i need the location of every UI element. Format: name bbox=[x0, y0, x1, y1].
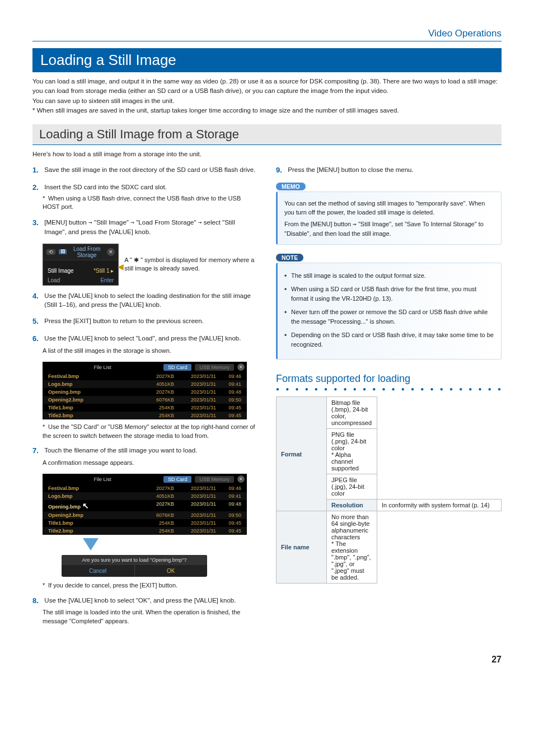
note-item: Never turn off the power or remove the S… bbox=[284, 307, 495, 326]
file-list-title: File List bbox=[45, 477, 160, 482]
step-num-8: 8. bbox=[32, 596, 43, 606]
intro-p1: You can load a still image, and output i… bbox=[32, 77, 502, 96]
sd-card-tab: SD Card bbox=[163, 364, 192, 371]
step-7: Touch the filename of the still image yo… bbox=[44, 446, 257, 455]
memo-callout: You can set the method of saving still i… bbox=[276, 192, 502, 245]
format-row: Bitmap file (.bmp), 24-bit color, uncomp… bbox=[327, 397, 377, 429]
intro-block: You can load a still image, and output i… bbox=[32, 77, 502, 115]
step-4: Use the [VALUE] knob to select the loadi… bbox=[44, 291, 257, 310]
subsection-desc: Here's how to load a still image from a … bbox=[32, 151, 502, 157]
step-num-1: 1. bbox=[32, 165, 43, 176]
subsection-title: Loading a Still Image from a Storage bbox=[32, 124, 502, 145]
intro-note: * When still images are saved in the uni… bbox=[32, 106, 502, 115]
step-num-9: 9. bbox=[276, 165, 286, 176]
sd-card-tab: SD Card bbox=[163, 476, 192, 483]
confirm-dialog: Are you sure you want to load "Opening.b… bbox=[62, 555, 207, 577]
resolution-label: Resolution bbox=[327, 500, 377, 511]
intro-p2: You can save up to sixteen still images … bbox=[32, 96, 502, 106]
file-row: Opening2.bmp 6076KB2023/01/3109:50 bbox=[43, 511, 247, 519]
pic-icon: 🖼 bbox=[59, 249, 67, 254]
step-8: Use the [VALUE] knob to select "OK", and… bbox=[44, 596, 257, 605]
format-row: PNG file (.png), 24-bit color* Alpha cha… bbox=[327, 429, 377, 474]
note-item: Depending on the SD card or USB flash dr… bbox=[284, 330, 495, 349]
cursor-icon: ↖ bbox=[82, 501, 89, 510]
step-5: Press the [EXIT] button to return to the… bbox=[44, 316, 257, 326]
note-callout: The still image is scaled to the output … bbox=[276, 263, 502, 360]
step-7-sub: A confirmation message appears. bbox=[43, 459, 258, 467]
section-header: Video Operations bbox=[32, 28, 502, 41]
step-num-4: 4. bbox=[32, 291, 43, 302]
file-row: Logo.bmp 4051KB2023/01/3109:41 bbox=[43, 380, 247, 388]
step-9: Press the [MENU] button to close the men… bbox=[288, 165, 501, 175]
step-6-sub: A list of the still images in the storag… bbox=[43, 347, 258, 355]
step-1: Save the still image in the root directo… bbox=[44, 165, 257, 175]
still-val: *Still 1 ▸ bbox=[93, 268, 114, 274]
still-image-row: Still Image bbox=[48, 268, 74, 274]
file-row: Title2.bmp 254KB2023/01/3109:45 bbox=[43, 412, 247, 419]
close-icon: ✕ bbox=[107, 248, 115, 256]
step-3: [MENU] button → "Still Image" → "Load Fr… bbox=[44, 218, 257, 236]
file-list-ui-2: File List SD Card USB Memory ✕ Festival.… bbox=[43, 474, 247, 535]
load-storage-ui: ⟲ 🖼 Load From Storage ✕ Still Image*Stil… bbox=[43, 244, 119, 286]
step-num-6: 6. bbox=[32, 334, 43, 344]
filename-label: File name bbox=[277, 511, 327, 584]
file-row: Title2.bmp 254KB2023/01/3109:45 bbox=[43, 527, 247, 535]
format-row: JPEG file (.jpg), 24-bit color bbox=[327, 474, 377, 500]
file-row: Opening.bmp 2027KB2023/01/3109:48 bbox=[43, 388, 247, 396]
close-icon: ✕ bbox=[237, 475, 245, 483]
file-row: Title1.bmp 254KB2023/01/3109:45 bbox=[43, 519, 247, 527]
arrow-down-icon bbox=[83, 538, 99, 550]
memo-badge: MEMO bbox=[276, 183, 306, 190]
memo-p1: You can set the method of saving still i… bbox=[284, 199, 495, 217]
step-2-note: *When using a USB flash drive, connect t… bbox=[43, 194, 258, 212]
page-number: 27 bbox=[32, 655, 502, 665]
step-2: Insert the SD card into the SDXC card sl… bbox=[44, 183, 257, 192]
file-row: Opening2.bmp 6076KB2023/01/3109:50 bbox=[43, 396, 247, 404]
close-icon: ✕ bbox=[237, 363, 245, 371]
format-label: Format bbox=[277, 397, 327, 511]
usb-memory-tab: USB Memory bbox=[195, 364, 234, 371]
step-num-3: 3. bbox=[32, 218, 43, 228]
note-item: The still image is scaled to the output … bbox=[284, 271, 495, 281]
resolution-row: In conformity with system format (p. 14) bbox=[377, 500, 502, 511]
memo-p2: From the [MENU] button → "Still Image", … bbox=[284, 220, 495, 239]
file-row: Title1.bmp 254KB2023/01/3109:45 bbox=[43, 404, 247, 412]
file-row: Festival.bmp 2027KB2023/01/3109:46 bbox=[43, 484, 247, 492]
step-num-7: 7. bbox=[32, 446, 43, 456]
step-7-note: *If you decide to cancel, press the [EXI… bbox=[43, 581, 258, 590]
usb-memory-tab: USB Memory bbox=[195, 476, 234, 483]
ok-button: OK bbox=[135, 565, 208, 577]
step-num-2: 2. bbox=[32, 183, 43, 193]
note-item: When using a SD card or USB flash drive … bbox=[284, 284, 495, 303]
filename-row: No more than 64 single-byte alphanumeric… bbox=[327, 511, 377, 584]
load-storage-title: Load From Storage bbox=[70, 246, 104, 258]
note-badge: NOTE bbox=[276, 254, 303, 262]
step-8-sub: The still image is loaded into the unit.… bbox=[43, 608, 258, 626]
load-row: Load bbox=[48, 277, 60, 283]
page-title: Loading a Still Image bbox=[32, 48, 502, 72]
formats-title: Formats supported for loading bbox=[276, 373, 502, 385]
file-row: Logo.bmp 4051KB2023/01/3109:41 bbox=[43, 492, 247, 500]
dots-rule: ● ● ● ● ● ● ● ● ● ● ● ● ● ● ● ● ● ● ● ● … bbox=[276, 386, 502, 392]
confirm-text: Are you sure you want to load "Opening.b… bbox=[62, 555, 207, 565]
file-row: Festival.bmp 2027KB2023/01/3109:46 bbox=[43, 372, 247, 380]
step-3-side: ◀ A " ✱ " symbol is displayed for memory… bbox=[124, 256, 258, 273]
cancel-button: Cancel bbox=[62, 565, 135, 577]
file-list-ui-1: File List SD Card USB Memory ✕ Festival.… bbox=[43, 362, 247, 419]
back-icon: ⟲ bbox=[46, 249, 55, 255]
file-row: Opening.bmp ↖2027KB2023/01/3109:48 bbox=[43, 500, 247, 511]
step-6: Use the [VALUE] knob to select "Load", a… bbox=[44, 334, 257, 343]
step-6-note: *Use the "SD Card" or "USB Memory" selec… bbox=[43, 423, 258, 440]
load-val: Enter bbox=[100, 277, 114, 283]
file-list-title: File List bbox=[45, 365, 160, 370]
step-num-5: 5. bbox=[32, 316, 43, 327]
formats-table: Format Bitmap file (.bmp), 24-bit color,… bbox=[276, 396, 502, 584]
